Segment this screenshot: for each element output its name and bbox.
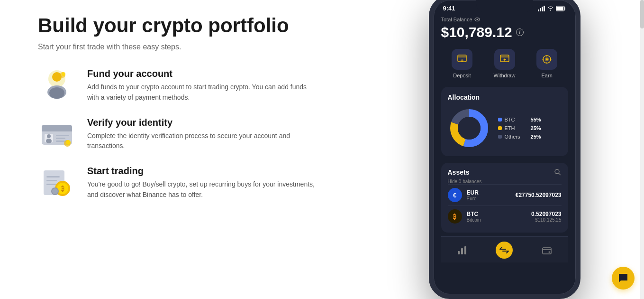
earn-label: Earn	[542, 73, 553, 78]
eur-symbol: EUR	[467, 189, 511, 196]
btc-info: BTC Bitcoin	[467, 211, 527, 223]
svg-rect-28	[542, 7, 543, 11]
signal-icon	[538, 6, 545, 11]
btc-amount: 0.52097023 $110,125.25	[531, 211, 561, 223]
phone-notch	[476, 0, 533, 12]
fund-desc: Add funds to your crypto account to star…	[87, 82, 315, 103]
scrollbar-thumb[interactable]	[640, 0, 644, 28]
right-panel: 9:41	[365, 0, 644, 299]
scrollbar[interactable]	[640, 0, 644, 299]
btc-icon: ₿	[448, 209, 462, 224]
deposit-button[interactable]: Deposit	[452, 49, 472, 78]
verify-desc: Complete the identity verification proce…	[87, 131, 315, 151]
legend-eth: ETH 25%	[498, 125, 541, 131]
eur-name: Euro	[467, 196, 511, 201]
trade-title: Start trading	[87, 166, 315, 177]
btc-symbol: BTC	[467, 211, 527, 217]
battery-icon	[556, 6, 566, 11]
swap-icon	[499, 245, 509, 255]
trade-content: Start trading You're good to go! Buy/sel…	[87, 166, 315, 200]
deposit-icon	[457, 55, 467, 64]
balance-label: Total Balance	[441, 17, 568, 22]
fund-icon	[38, 68, 76, 102]
svg-rect-27	[540, 8, 541, 11]
eur-icon: €	[448, 188, 462, 202]
svg-rect-46	[461, 248, 463, 254]
chat-button[interactable]	[612, 267, 635, 290]
svg-rect-48	[543, 248, 551, 254]
assets-section: Assets Hide 0 balances € EUR	[441, 163, 568, 233]
nav-swap-icon[interactable]	[496, 242, 513, 259]
eur-info: EUR Euro	[467, 189, 511, 201]
allocation-section: Allocation	[441, 87, 568, 156]
deposit-icon-circle	[452, 49, 472, 70]
nav-chart-icon[interactable]	[454, 242, 471, 259]
btc-dot	[498, 118, 502, 121]
hide-zero-balances[interactable]: Hide 0 balances	[448, 179, 562, 184]
svg-rect-8	[42, 128, 72, 131]
svg-rect-47	[464, 246, 466, 254]
eye-icon	[474, 17, 480, 22]
allocation-legend: BTC 55% ETH 25% Others 25%	[498, 117, 541, 140]
balance-amount: $10,789.12 i	[441, 24, 568, 40]
wallet-icon	[542, 245, 552, 255]
svg-point-11	[46, 139, 52, 143]
verify-icon	[38, 117, 76, 150]
assets-title: Assets	[448, 168, 470, 176]
allocation-title: Allocation	[448, 93, 562, 101]
eth-dot	[498, 126, 502, 130]
main-title: Build your crypto portfolio	[38, 14, 336, 37]
svg-rect-13	[56, 138, 65, 139]
btc-usd: $110,125.25	[531, 217, 561, 223]
trade-icon: ₿	[38, 166, 76, 199]
phone-frame: 9:41	[429, 0, 581, 299]
search-icon[interactable]	[554, 168, 562, 176]
allocation-content: BTC 55% ETH 25% Others 25%	[448, 107, 562, 150]
svg-point-49	[548, 252, 550, 253]
info-icon: i	[516, 28, 524, 36]
earn-icon-circle	[536, 49, 557, 70]
svg-point-3	[49, 87, 64, 99]
chart-bar-icon	[457, 245, 467, 255]
left-panel: Build your crypto portfolio Start your f…	[0, 0, 365, 299]
step-fund: Fund your account Add funds to your cryp…	[38, 68, 336, 103]
legend-others: Others 25%	[498, 134, 541, 140]
eur-amount: €27750.52097023	[516, 192, 562, 198]
svg-rect-12	[56, 135, 69, 136]
withdraw-icon-circle	[494, 49, 515, 70]
svg-rect-31	[556, 7, 563, 10]
svg-point-43	[458, 117, 481, 140]
withdraw-button[interactable]: Withdraw	[494, 49, 516, 78]
phone-bottom-nav	[441, 236, 568, 262]
action-buttons: Deposit Withdraw	[441, 49, 568, 78]
withdraw-icon	[499, 55, 510, 64]
asset-row-eur: € EUR Euro €27750.52097023	[448, 184, 562, 206]
chat-icon	[618, 273, 628, 283]
earn-button[interactable]: Earn	[536, 49, 557, 78]
svg-point-10	[47, 134, 51, 138]
svg-rect-29	[544, 6, 545, 11]
asset-row-btc: ₿ BTC Bitcoin 0.52097023 $110,125.25	[448, 206, 562, 227]
verify-title: Verify your identity	[87, 117, 315, 128]
main-subtitle: Start your first trade with these easy s…	[38, 43, 336, 51]
nav-wallet-icon[interactable]	[538, 242, 555, 259]
fund-content: Fund your account Add funds to your cryp…	[87, 68, 315, 103]
wifi-icon	[547, 6, 554, 11]
svg-point-16	[66, 140, 71, 145]
eur-value: €27750.52097023	[516, 192, 562, 198]
earn-icon	[542, 55, 552, 64]
phone-content: Total Balance $10,789.12 i	[434, 14, 576, 270]
donut-chart	[448, 107, 490, 150]
svg-rect-26	[538, 9, 539, 11]
svg-rect-18	[46, 176, 60, 178]
fund-title: Fund your account	[87, 68, 315, 79]
svg-text:₿: ₿	[61, 185, 64, 192]
svg-point-38	[546, 58, 548, 60]
btc-name: Bitcoin	[467, 217, 527, 223]
status-icons	[538, 6, 566, 11]
btc-value: 0.52097023	[531, 211, 561, 217]
svg-point-25	[52, 188, 58, 194]
svg-point-33	[476, 19, 478, 20]
phone-mockup: 9:41	[429, 0, 581, 299]
verify-content: Verify your identity Complete the identi…	[87, 117, 315, 151]
